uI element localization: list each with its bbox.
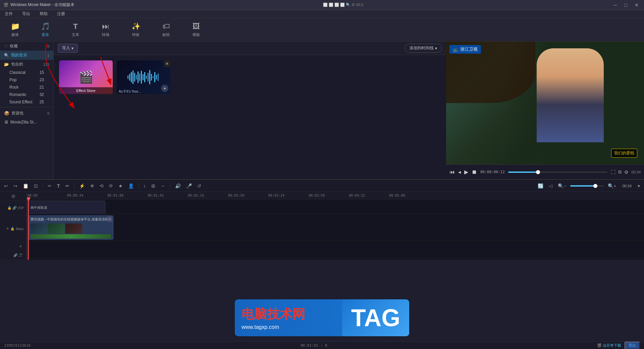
redo-button[interactable]: ↪ xyxy=(12,183,19,189)
watermark-text: 浙江卫视 xyxy=(460,46,478,52)
cut-button[interactable]: ✂ xyxy=(46,183,53,189)
mic-button[interactable]: 🎤 xyxy=(185,183,193,189)
sidebar-included[interactable]: 📂 包合的 116 xyxy=(0,60,53,69)
toolbar-sep-2 xyxy=(74,183,74,189)
star-button[interactable]: ★ xyxy=(117,183,124,189)
toolbar-effects[interactable]: ✨ 特效 xyxy=(127,22,144,37)
zoom-out-button[interactable]: 🔍− xyxy=(556,183,568,189)
sidebar-my-music[interactable]: 🔍 我的音乐 1 xyxy=(0,51,53,60)
freeze-button[interactable]: ❄ xyxy=(89,183,96,189)
minimize-button[interactable]: ─ xyxy=(612,2,619,8)
rotate-ccw-button[interactable]: ⟲ xyxy=(98,183,105,189)
more-options-button[interactable]: ▾ xyxy=(636,183,641,189)
toolbar-stickers[interactable]: 🏷 贴纸 xyxy=(158,22,174,37)
status-timecode: 00:01:01 : 8 xyxy=(301,343,327,348)
sidebar-pop[interactable]: Pop 23 xyxy=(0,76,53,84)
toolbar-music[interactable]: 🎵 音乐 xyxy=(37,22,54,37)
crop-button[interactable]: ⊡ xyxy=(33,183,39,189)
sidebar-classical[interactable]: Classical 15 xyxy=(0,69,53,76)
pip-label-text: PIP xyxy=(18,206,24,210)
toolbar-transition[interactable]: ⏭ 转场 xyxy=(97,22,114,37)
motion-button[interactable]: ⚡ xyxy=(78,183,86,189)
zoom-in-button[interactable]: 🔍+ xyxy=(606,183,618,189)
clip-thumbnail-3 xyxy=(65,223,82,234)
menu-export[interactable]: 导出 xyxy=(20,10,32,17)
menu-help[interactable]: 帮助 xyxy=(38,10,50,17)
window-controls[interactable]: ─ □ ✕ xyxy=(612,2,641,8)
music-card-1[interactable]: ✕ xyxy=(117,60,170,94)
rotate-cw-button[interactable]: ⟳ xyxy=(108,183,114,189)
fullscreen-icon[interactable]: ⛶ xyxy=(611,169,615,175)
export-button[interactable]: 导出 xyxy=(625,342,640,349)
toolbar-text-label: 文本 xyxy=(72,32,79,37)
sidebar-moviezilla[interactable]: 🖥 MovieZilla St... xyxy=(0,118,53,126)
settings-icon[interactable]: ⚙ xyxy=(624,169,629,175)
moviezilla-icon: 🖥 xyxy=(4,119,8,124)
sidebar-rock-label: Rock xyxy=(9,85,18,90)
close-music-icon[interactable]: ✕ xyxy=(164,60,170,67)
sidebar-favorites[interactable]: ♡ 收藏 0 xyxy=(0,42,53,51)
play-button[interactable]: ▶ xyxy=(464,169,468,175)
audio-track xyxy=(27,241,644,250)
sidebar-resource-pack[interactable]: 📦 资源包 0 xyxy=(0,109,53,118)
svg-rect-13 xyxy=(149,70,150,84)
progress-bar[interactable] xyxy=(508,171,608,173)
undo-button[interactable]: ↩ xyxy=(3,183,9,189)
sidebar-moviezilla-label: MovieZilla St... xyxy=(10,120,37,124)
clip-delete-button[interactable]: ✕ xyxy=(107,216,112,222)
main-eye-icon[interactable]: 👁 xyxy=(6,227,9,231)
group-button[interactable]: ⊞ xyxy=(150,183,157,189)
add-to-timeline-button[interactable]: 添加到时间线 ▾ xyxy=(405,44,442,53)
copy-button[interactable]: 📋 xyxy=(21,183,30,189)
add-music-button[interactable]: + xyxy=(161,85,168,92)
split-button[interactable]: ↕ xyxy=(142,183,147,189)
person-button[interactable]: 👤 xyxy=(127,183,135,189)
add-track-button[interactable]: ⊕ xyxy=(11,193,15,199)
back-button[interactable]: ◁ xyxy=(547,183,554,189)
toolbar-text[interactable]: T 文本 xyxy=(67,22,84,37)
music-link-icon[interactable]: 🔗 xyxy=(13,253,17,257)
sidebar-romantic[interactable]: Romantic 32 xyxy=(0,91,53,98)
volume-button[interactable]: 🔊 xyxy=(174,183,182,189)
stop-button[interactable]: ⏹ xyxy=(472,169,477,175)
pip-clip[interactable]: 画中画轨道 xyxy=(28,201,105,215)
add-timeline-label: 添加到时间线 xyxy=(410,45,434,51)
main-lock-icon[interactable]: 🔒 xyxy=(10,227,14,231)
sidebar-favorites-label: 收藏 xyxy=(10,43,18,49)
ruler-time-8: 00:04:32 xyxy=(349,194,365,197)
skip-back-button[interactable]: ⏮ xyxy=(449,169,455,175)
audio-eye-icon[interactable]: 👁 xyxy=(19,245,22,248)
transition-icon: ⏭ xyxy=(102,22,109,31)
close-button[interactable]: ✕ xyxy=(633,2,641,8)
stretch-button[interactable]: ↔ xyxy=(159,183,167,189)
sidebar-rock[interactable]: Rock 21 xyxy=(0,84,53,91)
playhead[interactable] xyxy=(28,199,29,260)
toolbar-media[interactable]: 📁 媒体 xyxy=(7,22,23,37)
pip-icon[interactable]: ⧉ xyxy=(618,169,622,175)
effect-store-card[interactable]: 🎬 Effect Store xyxy=(59,60,113,94)
loop-button[interactable]: ↺ xyxy=(196,183,203,189)
toolbar-templates[interactable]: 🖼 模板 xyxy=(188,22,205,37)
svg-rect-18 xyxy=(158,73,159,81)
refresh-button[interactable]: 🔄 xyxy=(536,183,545,189)
menu-file[interactable]: 文件 xyxy=(3,10,15,17)
music-track xyxy=(27,250,644,258)
main-clip[interactable]: 腾讯视频 - 中国领先的在线视频媒体平台,海量高清视频尽在 00:C ✕ xyxy=(28,215,113,240)
text-tool-button[interactable]: T xyxy=(56,183,61,189)
main-toolbar: 📁 媒体 🎵 音乐 T 文本 ⏭ 转场 ✨ 特效 🏷 贴纸 🖼 模板 xyxy=(0,18,644,42)
pip-link-icon[interactable]: 🔗 xyxy=(12,206,16,210)
edit-button[interactable]: ✏ xyxy=(64,183,71,189)
zoom-slider[interactable] xyxy=(570,185,604,187)
step-back-button[interactable]: ◂ xyxy=(458,169,461,175)
music-note-icon[interactable]: 🎵 xyxy=(18,253,22,257)
pip-lock-icon[interactable]: 🔒 xyxy=(7,206,11,210)
progress-thumb[interactable] xyxy=(536,170,540,174)
menu-register[interactable]: 注册 xyxy=(55,10,67,17)
sidebar-resource-pack-label: 资源包 xyxy=(11,110,23,116)
logo-icon: 🎬 达芬奇下载 xyxy=(597,343,621,348)
maximize-button[interactable]: □ xyxy=(623,2,629,8)
import-button[interactable]: 导入 ▾ xyxy=(58,44,78,53)
add-track-row: ⊕ xyxy=(0,192,26,201)
zoom-thumb[interactable] xyxy=(593,184,597,188)
sidebar-sound-effect[interactable]: Sound Effect 25 xyxy=(0,98,53,106)
